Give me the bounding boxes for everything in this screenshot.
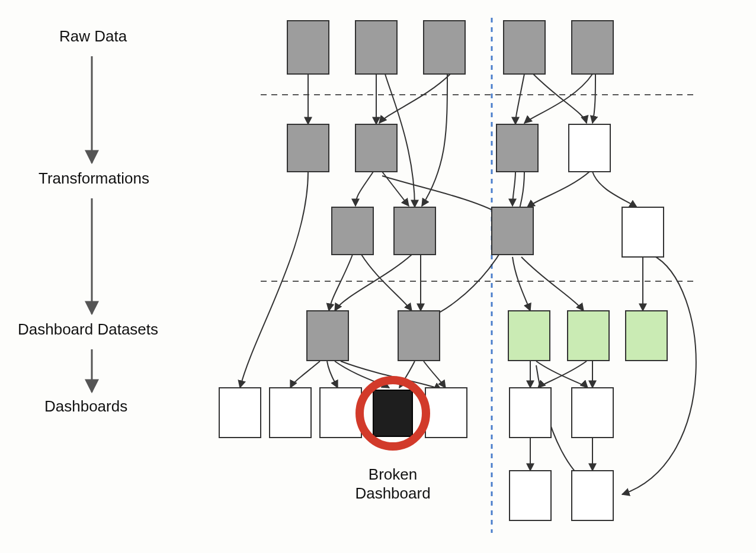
label-dashboard-datasets: Dashboard Datasets — [18, 320, 158, 338]
node-transform-1c — [496, 124, 538, 172]
node-raw-2 — [355, 21, 397, 74]
node-dataset-2 — [398, 311, 440, 361]
node-raw-1 — [287, 21, 329, 74]
node-dash-7 — [572, 388, 613, 438]
node-dash-9 — [572, 471, 613, 520]
node-transform-2a — [332, 207, 373, 255]
pipeline-diagram: Raw Data Transformations Dashboard Datas… — [0, 0, 756, 553]
node-transform-2b — [394, 207, 435, 255]
node-dash-2 — [270, 388, 311, 438]
caption-broken-1: Broken — [369, 465, 417, 483]
node-transform-2d — [622, 207, 664, 257]
node-dash-6 — [510, 388, 551, 438]
node-dash-8 — [510, 471, 551, 520]
node-dataset-4 — [568, 311, 609, 361]
node-dataset-3 — [508, 311, 550, 361]
label-raw-data: Raw Data — [59, 27, 127, 45]
node-dash-5 — [425, 388, 467, 438]
node-dash-1 — [219, 388, 261, 438]
node-dataset-1 — [307, 311, 348, 361]
node-transform-1d — [569, 124, 610, 172]
node-raw-3 — [424, 21, 465, 74]
node-transform-1b — [355, 124, 397, 172]
label-transformations: Transformations — [39, 169, 149, 187]
node-transform-1a — [287, 124, 329, 172]
label-dashboards: Dashboards — [44, 397, 127, 415]
node-dash-3 — [320, 388, 361, 438]
node-dataset-5 — [626, 311, 667, 361]
node-transform-2c — [492, 207, 533, 255]
node-dash-broken — [373, 390, 412, 436]
caption-broken-2: Dashboard — [355, 484, 430, 502]
node-raw-5 — [572, 21, 613, 74]
node-raw-4 — [504, 21, 545, 74]
